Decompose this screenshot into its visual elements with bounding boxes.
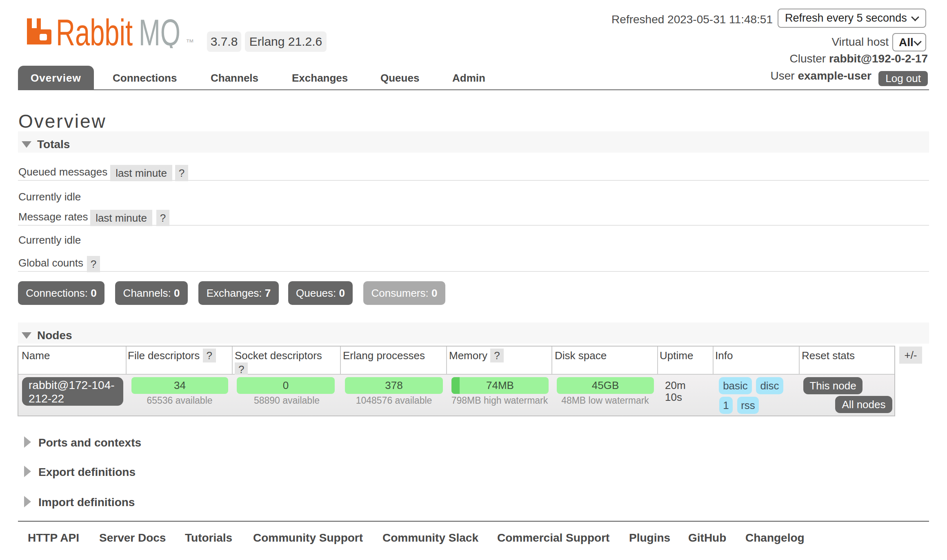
- svg-text:Rabbit: Rabbit: [56, 18, 133, 48]
- svg-text:MQ: MQ: [139, 18, 180, 48]
- svg-text:™: ™: [186, 38, 194, 47]
